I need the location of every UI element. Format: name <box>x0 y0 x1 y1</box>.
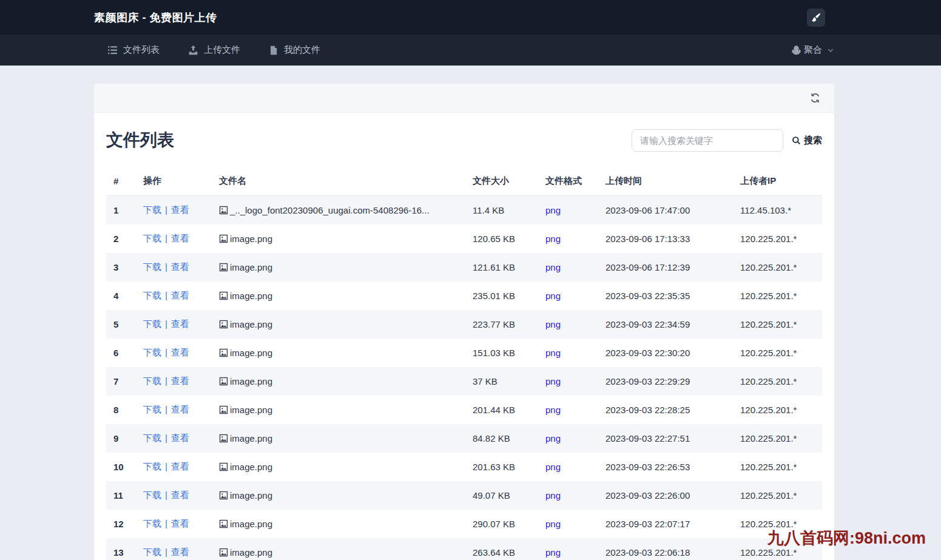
action-separator: | <box>165 433 167 443</box>
nav-item-upload[interactable]: 上传文件 <box>188 44 240 56</box>
format-link[interactable]: png <box>545 490 561 501</box>
nav-items: 文件列表 上传文件 我的文件 <box>107 44 320 56</box>
download-link[interactable]: 下载 <box>143 376 161 386</box>
format-link[interactable]: png <box>545 405 561 415</box>
row-format: png <box>538 196 598 225</box>
search-input[interactable] <box>632 129 783 152</box>
view-link[interactable]: 查看 <box>171 518 189 528</box>
row-actions: 下载|查看 <box>136 196 212 225</box>
refresh-button[interactable] <box>809 92 821 104</box>
view-link[interactable]: 查看 <box>171 490 189 500</box>
row-filename: image.png <box>212 339 465 367</box>
search-zone: 搜索 <box>632 129 822 152</box>
download-link[interactable]: 下载 <box>143 518 161 528</box>
row-size: 49.07 KB <box>465 481 538 510</box>
action-separator: | <box>165 347 167 357</box>
image-file-icon <box>219 377 228 386</box>
row-format: png <box>538 253 598 282</box>
row-actions: 下载|查看 <box>136 367 212 396</box>
row-format: png <box>538 310 598 339</box>
download-link[interactable]: 下载 <box>143 347 161 357</box>
row-index: 3 <box>106 253 136 282</box>
row-actions: 下载|查看 <box>136 453 212 481</box>
user-menu-label: 聚合 <box>804 44 822 56</box>
download-link[interactable]: 下载 <box>143 547 161 557</box>
download-link[interactable]: 下载 <box>143 204 161 215</box>
row-filename: image.png <box>212 253 465 282</box>
image-file-icon <box>219 348 228 357</box>
row-index: 12 <box>106 510 136 538</box>
format-link[interactable]: png <box>545 205 561 215</box>
search-button[interactable]: 搜索 <box>792 135 822 146</box>
view-link[interactable]: 查看 <box>171 404 189 414</box>
view-link[interactable]: 查看 <box>171 319 189 329</box>
row-uploader-ip: 112.45.103.* <box>733 196 822 225</box>
row-upload-time: 2023-09-06 17:12:39 <box>598 253 733 282</box>
nav-item-label: 文件列表 <box>123 44 160 56</box>
format-link[interactable]: png <box>545 462 561 472</box>
row-upload-time: 2023-09-03 22:06:18 <box>598 538 733 560</box>
format-link[interactable]: png <box>545 291 561 301</box>
download-link[interactable]: 下载 <box>143 261 161 272</box>
download-link[interactable]: 下载 <box>143 490 161 500</box>
row-index: 4 <box>106 282 136 310</box>
view-link[interactable]: 查看 <box>171 461 189 471</box>
format-link[interactable]: png <box>545 547 561 558</box>
filename-text: image.png <box>230 376 272 386</box>
page-title: 文件列表 <box>106 129 174 152</box>
nav-item-file-list[interactable]: 文件列表 <box>107 44 160 56</box>
image-file-icon <box>219 519 228 528</box>
view-link[interactable]: 查看 <box>171 233 189 243</box>
row-format: png <box>538 424 598 453</box>
row-actions: 下载|查看 <box>136 538 212 560</box>
table-row: 13下载|查看image.png263.64 KBpng2023-09-03 2… <box>106 538 822 560</box>
row-size: 121.61 KB <box>465 253 538 282</box>
view-link[interactable]: 查看 <box>171 347 189 357</box>
row-uploader-ip: 120.225.201.* <box>733 310 822 339</box>
format-link[interactable]: png <box>545 348 561 358</box>
view-link[interactable]: 查看 <box>171 376 189 386</box>
file-list-panel: 文件列表 搜索 # 操作 文 <box>94 84 834 560</box>
col-format: 文件格式 <box>538 167 598 196</box>
download-link[interactable]: 下载 <box>143 404 161 414</box>
view-link[interactable]: 查看 <box>171 261 189 272</box>
panel-body: 文件列表 搜索 # 操作 文 <box>94 113 834 560</box>
download-link[interactable]: 下载 <box>143 433 161 443</box>
row-actions: 下载|查看 <box>136 481 212 510</box>
row-actions: 下载|查看 <box>136 253 212 282</box>
row-uploader-ip: 120.225.201.* <box>733 453 822 481</box>
row-size: 151.03 KB <box>465 339 538 367</box>
row-filename: image.png <box>212 224 465 253</box>
format-link[interactable]: png <box>545 234 561 244</box>
download-link[interactable]: 下载 <box>143 461 161 471</box>
format-link[interactable]: png <box>545 262 561 272</box>
filename-text: image.png <box>230 433 272 444</box>
row-upload-time: 2023-09-06 17:13:33 <box>598 224 733 253</box>
panel-header <box>94 84 834 113</box>
row-upload-time: 2023-09-03 22:07:17 <box>598 510 733 538</box>
download-link[interactable]: 下载 <box>143 290 161 300</box>
format-link[interactable]: png <box>545 433 561 444</box>
user-menu[interactable]: 聚合 <box>791 44 834 56</box>
filename-text: image.png <box>230 291 272 301</box>
format-link[interactable]: png <box>545 519 561 529</box>
row-upload-time: 2023-09-03 22:30:20 <box>598 339 733 367</box>
table-row: 11下载|查看image.png49.07 KBpng2023-09-03 22… <box>106 481 822 510</box>
format-link[interactable]: png <box>545 376 561 386</box>
view-link[interactable]: 查看 <box>171 204 189 215</box>
theme-toggle-button[interactable] <box>807 8 825 27</box>
view-link[interactable]: 查看 <box>171 433 189 443</box>
row-index: 6 <box>106 339 136 367</box>
row-index: 10 <box>106 453 136 481</box>
col-index: # <box>106 167 136 196</box>
navbar: 文件列表 上传文件 我的文件 <box>0 35 941 66</box>
row-actions: 下载|查看 <box>136 224 212 253</box>
download-link[interactable]: 下载 <box>143 233 161 243</box>
action-separator: | <box>165 261 167 272</box>
download-link[interactable]: 下载 <box>143 319 161 329</box>
row-uploader-ip: 120.225.201.* <box>733 339 822 367</box>
view-link[interactable]: 查看 <box>171 290 189 300</box>
nav-item-my-files[interactable]: 我的文件 <box>269 44 320 56</box>
view-link[interactable]: 查看 <box>171 547 189 557</box>
format-link[interactable]: png <box>545 319 561 329</box>
